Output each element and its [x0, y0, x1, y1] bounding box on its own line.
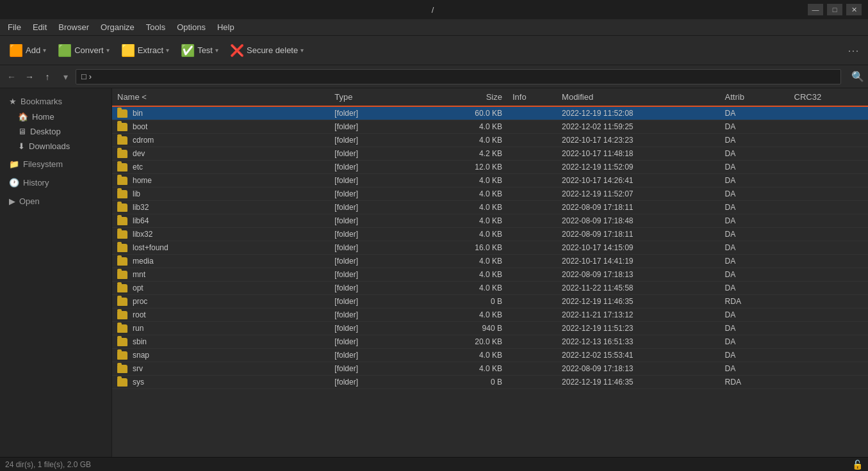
file-size-cell: 4.0 KB	[418, 120, 507, 134]
sidebar-bookmarks-section: ★ Bookmarks 🏠 Home 🖥 Desktop ⬇ Downloads	[0, 93, 111, 154]
menu-browser[interactable]: Browser	[53, 21, 94, 33]
menu-bar: File Edit Browser Organize Tools Options…	[0, 19, 868, 36]
minimize-button[interactable]: —	[808, 4, 823, 15]
file-info-cell	[507, 335, 557, 349]
folder-icon	[117, 271, 127, 279]
table-row[interactable]: root[folder]4.0 KB2022-11-21 17:13:12DA	[112, 308, 868, 322]
toolbar-more-button[interactable]: ⋯	[842, 44, 864, 58]
sidebar-item-desktop[interactable]: 🖥 Desktop	[3, 124, 109, 139]
menu-file[interactable]: File	[3, 21, 26, 33]
file-size-cell: 4.0 KB	[418, 308, 507, 322]
menu-organize[interactable]: Organize	[95, 21, 140, 33]
file-attrib-cell: DA	[720, 308, 789, 322]
folder-icon	[117, 109, 127, 118]
sidebar-open-header[interactable]: ▶ Open	[3, 193, 109, 209]
file-type-cell: [folder]	[329, 349, 418, 362]
file-crc-cell	[789, 255, 868, 268]
table-row[interactable]: cdrom[folder]4.0 KB2022-10-17 14:23:23DA	[112, 134, 868, 147]
table-row[interactable]: sbin[folder]20.0 KB2022-12-13 16:51:33DA	[112, 335, 868, 349]
sidebar-item-home[interactable]: 🏠 Home	[3, 109, 109, 124]
convert-button[interactable]: 🟩 Convert ▾	[53, 39, 115, 62]
table-row[interactable]: sys[folder]0 B2022-12-19 11:46:35RDA	[112, 376, 868, 389]
table-row[interactable]: run[folder]940 B2022-12-19 11:51:23DA	[112, 322, 868, 335]
table-row[interactable]: libx32[folder]4.0 KB2022-08-09 17:18:11D…	[112, 228, 868, 241]
secure-delete-button[interactable]: ❌ Secure delete ▾	[225, 39, 309, 62]
sidebar-bookmarks-header[interactable]: ★ Bookmarks	[3, 93, 109, 109]
file-type-cell: [folder]	[329, 362, 418, 376]
table-row[interactable]: dev[folder]4.2 KB2022-10-17 11:48:18DA	[112, 147, 868, 161]
forward-button[interactable]: →	[22, 69, 37, 84]
file-crc-cell	[789, 241, 868, 255]
file-info-cell	[507, 362, 557, 376]
close-button[interactable]: ✕	[846, 4, 862, 15]
sidebar-filesystem-header[interactable]: 📁 Filesystem	[3, 156, 109, 172]
file-name-cell: etc	[112, 161, 329, 174]
file-name-cell: lib64	[112, 214, 329, 228]
table-row[interactable]: media[folder]4.0 KB2022-10-17 14:41:19DA	[112, 255, 868, 268]
table-row[interactable]: srv[folder]4.0 KB2022-08-09 17:18:13DA	[112, 362, 868, 376]
file-info-cell	[507, 282, 557, 295]
file-type-cell: [folder]	[329, 282, 418, 295]
file-size-cell: 4.0 KB	[418, 134, 507, 147]
up-button[interactable]: ↑	[40, 69, 55, 84]
file-size-cell: 12.0 KB	[418, 161, 507, 174]
table-row[interactable]: boot[folder]4.0 KB2022-12-02 11:59:25DA	[112, 120, 868, 134]
file-type-cell: [folder]	[329, 376, 418, 389]
file-crc-cell	[789, 134, 868, 147]
file-name-cell: bin	[112, 106, 329, 120]
folder-icon	[117, 136, 127, 145]
folder-icon	[117, 217, 127, 225]
col-header-info[interactable]: Info	[507, 88, 557, 106]
table-row[interactable]: opt[folder]4.0 KB2022-11-22 11:45:58DA	[112, 282, 868, 295]
file-name-cell: snap	[112, 349, 329, 362]
menu-edit[interactable]: Edit	[28, 21, 52, 33]
menu-options[interactable]: Options	[172, 21, 211, 33]
file-attrib-cell: DA	[720, 134, 789, 147]
table-row[interactable]: bin[folder]60.0 KB2022-12-19 11:52:08DA	[112, 106, 868, 120]
file-modified-cell: 2022-10-17 11:48:18	[557, 147, 720, 161]
table-row[interactable]: proc[folder]0 B2022-12-19 11:46:35RDA	[112, 295, 868, 308]
sidebar: ★ Bookmarks 🏠 Home 🖥 Desktop ⬇ Downloads…	[0, 88, 112, 457]
table-row[interactable]: snap[folder]4.0 KB2022-12-02 15:53:41DA	[112, 349, 868, 362]
add-button[interactable]: 🟧 Add ▾	[4, 39, 51, 62]
col-header-name[interactable]: Name <	[112, 88, 329, 106]
sidebar-history-header[interactable]: 🕐 History	[3, 175, 109, 191]
title-bar-controls: — □ ✕	[808, 4, 862, 15]
table-row[interactable]: lib32[folder]4.0 KB2022-08-09 17:18:11DA	[112, 201, 868, 214]
file-crc-cell	[789, 362, 868, 376]
table-row[interactable]: etc[folder]12.0 KB2022-12-19 11:52:09DA	[112, 161, 868, 174]
search-button[interactable]: 🔍	[851, 70, 864, 83]
col-header-modified[interactable]: Modified	[557, 88, 720, 106]
col-header-size[interactable]: Size	[418, 88, 507, 106]
folder-icon	[117, 123, 127, 131]
table-row[interactable]: lost+found[folder]16.0 KB2022-10-17 14:1…	[112, 241, 868, 255]
table-row[interactable]: lib64[folder]4.0 KB2022-08-09 17:18:48DA	[112, 214, 868, 228]
back-button[interactable]: ←	[4, 69, 19, 84]
menu-help[interactable]: Help	[212, 21, 240, 33]
path-dropdown-button[interactable]: ▾	[58, 69, 73, 84]
secure-delete-dropdown-icon: ▾	[300, 47, 304, 54]
file-type-cell: [folder]	[329, 241, 418, 255]
table-row[interactable]: home[folder]4.0 KB2022-10-17 14:26:41DA	[112, 174, 868, 188]
sidebar-item-downloads[interactable]: ⬇ Downloads	[3, 139, 109, 154]
file-modified-cell: 2022-12-19 11:52:09	[557, 161, 720, 174]
file-type-cell: [folder]	[329, 255, 418, 268]
file-info-cell	[507, 376, 557, 389]
nav-path-display: □ ›	[76, 69, 841, 84]
file-modified-cell: 2022-10-17 14:41:19	[557, 255, 720, 268]
file-crc-cell	[789, 376, 868, 389]
maximize-button[interactable]: □	[827, 4, 842, 15]
test-button[interactable]: ✅ Test ▾	[176, 39, 224, 62]
menu-tools[interactable]: Tools	[141, 21, 170, 33]
col-header-type[interactable]: Type	[329, 88, 418, 106]
col-header-attrib[interactable]: Attrib	[720, 88, 789, 106]
folder-icon	[117, 338, 127, 346]
extract-button[interactable]: 🟨 Extract ▾	[116, 39, 174, 62]
table-row[interactable]: lib[folder]4.0 KB2022-12-19 11:52:07DA	[112, 188, 868, 201]
file-size-cell: 0 B	[418, 295, 507, 308]
table-row[interactable]: mnt[folder]4.0 KB2022-08-09 17:18:13DA	[112, 268, 868, 282]
file-attrib-cell: DA	[720, 282, 789, 295]
file-attrib-cell: DA	[720, 174, 789, 188]
file-crc-cell	[789, 147, 868, 161]
col-header-crc32[interactable]: CRC32	[789, 88, 868, 106]
